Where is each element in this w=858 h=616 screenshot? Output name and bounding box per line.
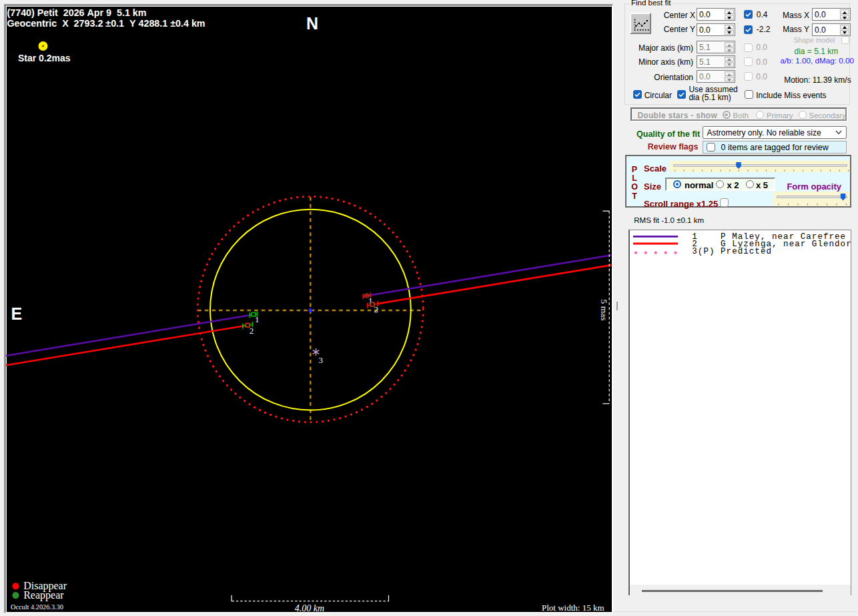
- svg-text:Star 0.2mas: Star 0.2mas: [18, 53, 71, 63]
- svg-text:Occult 4.2026.3.30: Occult 4.2026.3.30: [11, 603, 63, 611]
- svg-text:2: 2: [374, 304, 378, 314]
- svg-text:Geocentric X 2793.2 ±0.1 Y: Geocentric X 2793.2 ±0.1 Y 4288.1 ±0.4 k…: [7, 18, 205, 29]
- svg-text:Plot width: 15 km: Plot width: 15 km: [542, 603, 604, 613]
- svg-text:E: E: [11, 304, 22, 323]
- svg-text:(7740) Petit 2026 Apr 9 5.1: (7740) Petit 2026 Apr 9 5.1 km: [7, 7, 147, 18]
- svg-text:1: 1: [255, 314, 260, 324]
- svg-text:N: N: [306, 14, 318, 33]
- svg-text:2: 2: [250, 326, 254, 336]
- svg-text:4.00 km: 4.00 km: [295, 603, 324, 613]
- svg-text:Reappear: Reappear: [23, 589, 64, 601]
- svg-text:5 mas: 5 mas: [599, 300, 609, 321]
- svg-text:3: 3: [319, 355, 324, 365]
